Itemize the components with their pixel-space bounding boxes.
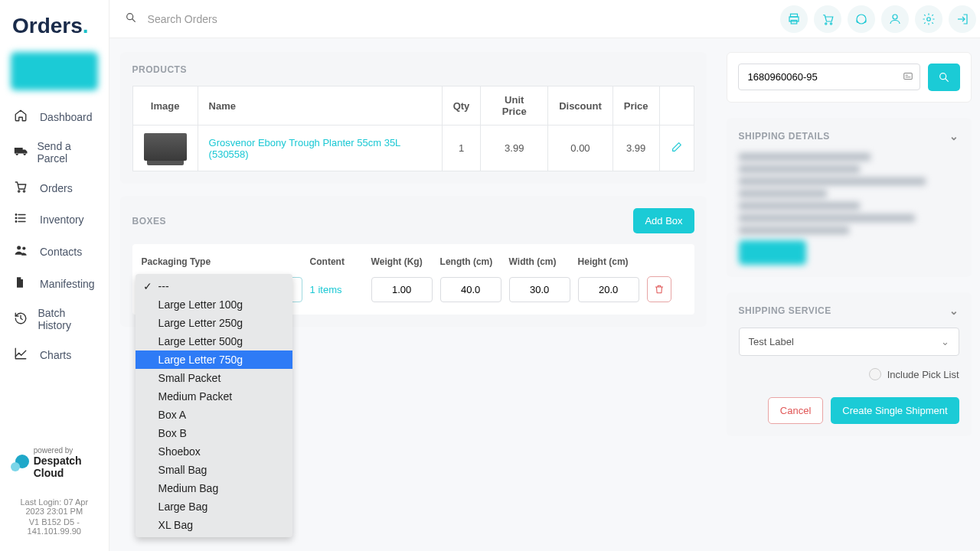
product-price: 3.99 xyxy=(612,126,659,171)
dropdown-option[interactable]: Large Letter 100g xyxy=(136,295,292,314)
bh-content: Content xyxy=(310,256,364,267)
powered-by-label: powered by xyxy=(34,446,98,455)
dropdown-option[interactable]: Medium Bag xyxy=(136,479,292,497)
sidebar-item-label: Manifesting xyxy=(40,278,95,290)
product-unit-price: 3.99 xyxy=(481,126,548,171)
weight-input[interactable] xyxy=(371,277,433,302)
order-search-input[interactable] xyxy=(738,64,920,90)
svg-point-9 xyxy=(22,246,25,249)
products-panel: PRODUCTS Image Name Qty Unit Price Disco… xyxy=(120,52,707,184)
delete-box-button[interactable] xyxy=(647,276,671,302)
products-table: Image Name Qty Unit Price Discount Price… xyxy=(132,86,694,171)
bh-weight: Weight (Kg) xyxy=(371,256,433,267)
search-input[interactable] xyxy=(148,13,769,25)
id-card-icon xyxy=(902,71,914,84)
shipping-service-value: Test Label xyxy=(749,336,794,347)
include-pick-list-label: Include Pick List xyxy=(887,369,959,380)
create-shipment-button[interactable]: Create Single Shipment xyxy=(831,397,959,424)
shipping-service-select[interactable]: Test Label ⌄ xyxy=(739,328,959,356)
length-input[interactable] xyxy=(440,277,501,302)
dropdown-option[interactable]: XL Bag xyxy=(136,516,292,534)
provider-name: Despatch Cloud xyxy=(34,455,98,479)
topbar-settings-button[interactable] xyxy=(915,5,942,33)
include-pick-list-checkbox[interactable] xyxy=(869,368,881,380)
topbar-logout-button[interactable] xyxy=(949,5,976,33)
topbar-printer-button[interactable] xyxy=(780,5,808,33)
order-search-button[interactable] xyxy=(928,64,960,91)
dropdown-option[interactable]: Large Letter 250g xyxy=(136,314,292,332)
height-input[interactable] xyxy=(578,277,639,302)
svg-point-16 xyxy=(830,22,831,24)
sidebar-item-label: Batch History xyxy=(38,307,94,331)
sidebar-item-label: Charts xyxy=(40,349,71,361)
dropdown-option[interactable]: Small Bag xyxy=(136,461,292,479)
svg-point-7 xyxy=(15,221,17,223)
svg-rect-14 xyxy=(791,20,797,24)
shipping-address-redacted xyxy=(739,153,959,234)
shipping-service-title: SHIPPING SERVICE xyxy=(739,305,831,316)
sidebar-item-inventory[interactable]: Inventory xyxy=(0,204,109,235)
last-login-text: Last Login: 07 Apr 2023 23:01 PM xyxy=(11,497,98,516)
product-name-link[interactable]: Grosvenor Ebony Trough Planter 55cm 35L … xyxy=(209,137,400,160)
chart-line-icon xyxy=(14,347,32,363)
chevron-down-icon[interactable]: ⌄ xyxy=(949,130,959,142)
svg-point-1 xyxy=(23,191,24,192)
shipping-details-action-redacted[interactable] xyxy=(739,240,806,265)
sidebar-item-label: Dashboard xyxy=(40,111,93,123)
product-image xyxy=(144,133,187,161)
sidebar-item-contacts[interactable]: Contacts xyxy=(0,235,109,268)
dropdown-option[interactable]: Box A xyxy=(136,406,292,424)
sidebar-footer: powered by Despatch Cloud Last Login: 07… xyxy=(0,446,109,551)
topbar-support-button[interactable] xyxy=(848,5,875,33)
svg-point-8 xyxy=(17,246,21,249)
product-image-cell xyxy=(132,126,198,171)
products-title: PRODUCTS xyxy=(132,64,694,75)
sidebar-item-manifesting[interactable]: Manifesting xyxy=(0,268,109,299)
sidebar-item-batch-history[interactable]: Batch History xyxy=(0,299,109,339)
packaging-type-dropdown[interactable]: ---Large Letter 100gLarge Letter 250gLar… xyxy=(136,274,292,537)
users-icon xyxy=(14,243,32,260)
width-input[interactable] xyxy=(509,277,570,302)
svg-line-24 xyxy=(946,79,948,81)
boxes-panel: BOXES Add Box Packaging Type Content Wei… xyxy=(120,196,707,327)
chevron-down-icon[interactable]: ⌄ xyxy=(949,305,959,317)
dropdown-option[interactable]: Large Letter 750g xyxy=(136,350,292,369)
dropdown-option[interactable]: Large Letter 500g xyxy=(136,332,292,350)
dropdown-option[interactable]: Medium Packet xyxy=(136,387,292,406)
file-icon xyxy=(14,276,32,292)
svg-point-15 xyxy=(825,22,826,24)
build-info-text: V1 B152 D5 - 141.101.99.90 xyxy=(11,517,98,536)
product-discount: 0.00 xyxy=(548,126,613,171)
sidebar-item-label: Send a Parcel xyxy=(38,140,95,165)
bh-length: Length (cm) xyxy=(440,256,501,267)
dropdown-option[interactable]: Small Packet xyxy=(136,369,292,387)
dropdown-option[interactable]: Large Bag xyxy=(136,497,292,516)
sidebar-item-dashboard[interactable]: Dashboard xyxy=(0,101,109,132)
sidebar-item-send-parcel[interactable]: Send a Parcel xyxy=(0,132,109,172)
box-content-link[interactable]: 1 items xyxy=(310,284,364,295)
th-discount: Discount xyxy=(548,86,613,126)
dropdown-option[interactable]: Shoebox xyxy=(136,442,292,461)
add-box-button[interactable]: Add Box xyxy=(633,208,694,233)
sidebar-item-label: Contacts xyxy=(40,246,82,258)
sidebar-item-charts[interactable]: Charts xyxy=(0,339,109,370)
topbar-cart-button[interactable] xyxy=(814,5,841,33)
boxes-title: BOXES xyxy=(132,216,167,227)
shipping-service-panel: SHIPPING SERVICE ⌄ Test Label ⌄ Include … xyxy=(727,292,972,436)
topbar-user-button[interactable] xyxy=(881,5,909,33)
dropdown-option[interactable]: --- xyxy=(136,277,292,295)
sidebar-item-label: Inventory xyxy=(40,214,84,226)
bh-height: Height (cm) xyxy=(578,256,639,267)
provider-logo-icon xyxy=(11,455,29,471)
user-card[interactable] xyxy=(11,52,98,90)
svg-point-0 xyxy=(18,191,20,192)
edit-icon[interactable] xyxy=(671,144,683,155)
sidebar-item-orders[interactable]: Orders xyxy=(0,172,109,204)
dropdown-option[interactable]: Box B xyxy=(136,424,292,442)
svg-rect-20 xyxy=(903,73,912,79)
history-icon xyxy=(14,311,30,328)
chevron-down-icon: ⌄ xyxy=(941,336,949,347)
shipping-details-panel: SHIPPING DETAILS ⌄ xyxy=(727,118,972,277)
cancel-button[interactable]: Cancel xyxy=(768,397,823,424)
th-actions xyxy=(659,86,694,126)
